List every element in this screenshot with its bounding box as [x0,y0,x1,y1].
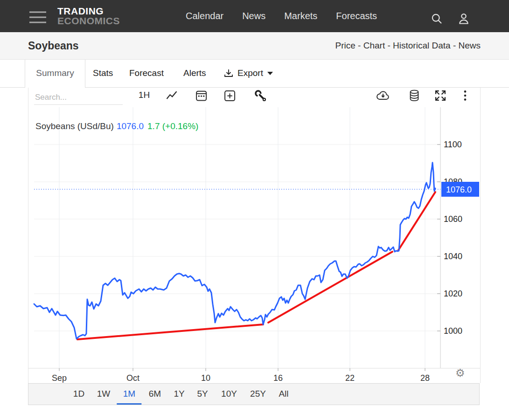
trendline [268,252,392,323]
range-5y[interactable]: 5Y [197,389,208,399]
page-header: Soybeans Price - Chart - Historical Data… [0,32,509,60]
range-1m[interactable]: 1M [123,389,135,399]
chart-toolbar: 1H [28,88,480,107]
range-1w[interactable]: 1W [97,389,111,399]
calendar-icon[interactable] [195,89,208,102]
breadcrumb-links[interactable]: Price - Chart - Historical Data - News [335,32,481,59]
menu-icon[interactable] [29,11,47,24]
price-chart[interactable]: 110010801060104010201000SepOct1016222810… [28,107,480,383]
y-tick-label: 1100 [444,140,462,149]
trendline [77,324,263,339]
user-icon[interactable] [457,12,470,25]
tabs-bar: Summary Stats Forecast Alerts Export [0,60,509,88]
x-tick-label: 10 [201,373,210,383]
range-1d[interactable]: 1D [73,389,84,399]
nav-item-news[interactable]: News [242,11,265,21]
fullscreen-icon[interactable] [434,89,447,102]
logo-line1: TRADING [57,6,120,16]
cloud-download-icon[interactable] [376,89,389,102]
nav-item-forecasts[interactable]: Forecasts [336,11,377,21]
export-button[interactable]: Export [223,60,273,87]
nav-links: Calendar News Markets Forecasts [186,0,377,32]
x-tick-label: 28 [420,373,430,383]
logo-line2: ECONOMICS [57,16,120,26]
top-nav: TRADING ECONOMICS Calendar News Markets … [0,0,509,32]
chart-legend: Soybeans (USd/Bu)1076.01.7 (+0.16%) [35,121,198,131]
tab-summary[interactable]: Summary [25,60,85,88]
nav-item-markets[interactable]: Markets [284,11,317,21]
range-6m[interactable]: 6M [149,389,161,399]
settings-wrench-icon[interactable] [254,89,267,102]
database-icon[interactable] [408,89,421,102]
add-indicator-icon[interactable] [223,89,236,102]
more-options-icon[interactable] [461,89,469,102]
legend-price: 1076.0 [117,121,144,131]
x-tick-label: Oct [126,373,139,383]
x-tick-label: Sep [52,373,67,383]
range-25y[interactable]: 25Y [250,389,266,399]
y-tick-label: 1060 [444,214,462,224]
x-tick-label: 22 [345,373,355,383]
range-all[interactable]: All [279,389,288,399]
tab-stats[interactable]: Stats [93,60,113,87]
range-10y[interactable]: 10Y [221,389,237,399]
range-1y[interactable]: 1Y [174,389,184,399]
download-icon [223,68,234,79]
nav-item-calendar[interactable]: Calendar [186,11,223,21]
chart-panel: 1H [28,88,481,383]
price-label-text: 1076.0 [446,185,472,194]
search-icon[interactable] [430,12,443,25]
tab-forecast[interactable]: Forecast [129,60,164,87]
logo[interactable]: TRADING ECONOMICS [57,6,120,26]
chevron-down-icon [267,72,273,75]
range-selector: 1D 1W 1M 6M 1Y 5Y 10Y 25Y All [28,383,480,405]
legend-change: 1.7 (+0.16%) [147,121,198,131]
y-tick-label: 1020 [444,289,462,298]
chart-type-icon[interactable] [165,89,178,102]
y-tick-label: 1000 [444,326,462,336]
export-label: Export [237,68,263,78]
tab-alerts[interactable]: Alerts [183,60,206,87]
page-title: Soybeans [28,32,79,59]
interval-button[interactable]: 1H [137,90,152,100]
legend-symbol: Soybeans (USd/Bu) [35,121,114,131]
x-tick-label: 16 [273,373,283,383]
trendline [398,192,435,251]
y-tick-label: 1040 [444,252,462,261]
axis-settings-gear-icon[interactable]: ⚙ [455,367,465,379]
symbol-search-input[interactable] [34,90,123,105]
